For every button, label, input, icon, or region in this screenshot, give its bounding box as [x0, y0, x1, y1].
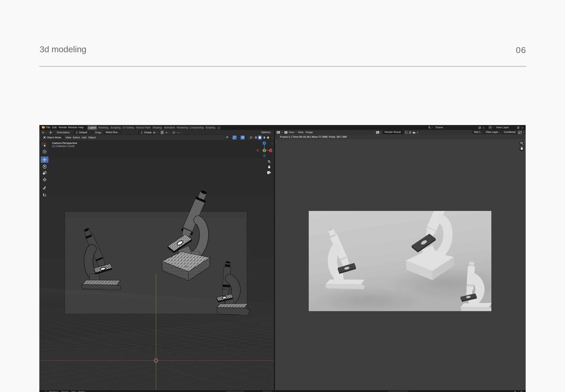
- svg-text:Z: Z: [264, 142, 265, 144]
- svg-text:Y: Y: [263, 149, 265, 152]
- svg-text:X: X: [270, 149, 272, 152]
